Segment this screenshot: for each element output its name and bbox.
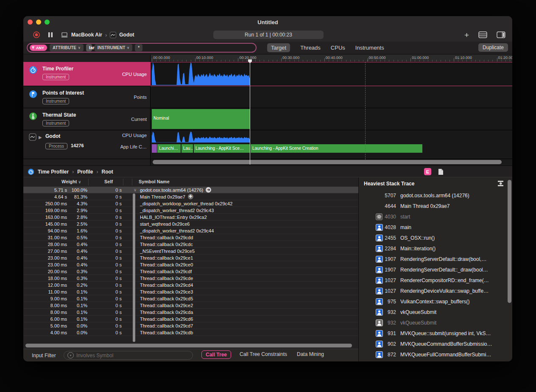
filter-token-target[interactable]: target: [86, 44, 92, 51]
document-icon[interactable]: [438, 168, 444, 175]
filter-token-wildcard[interactable]: *: [135, 44, 142, 51]
call-tree-row[interactable]: 9.00 ms0.1%0 s›Thread::callback 0x29cd5: [23, 295, 358, 302]
filter-funnel-icon[interactable]: ▾: [67, 352, 74, 358]
inspector-sidebar-button[interactable]: [497, 31, 505, 38]
stack-entry[interactable]: 1027RenderingDeviceVulkan::swap_buffe…: [359, 286, 512, 296]
track-row-time-profiler[interactable]: Time Profiler Instrument CPU Usage: [23, 62, 151, 86]
disclosure-chevron-icon[interactable]: ∨: [134, 188, 137, 192]
stack-entry[interactable]: 5707godot.osx.tools.arm64 (14276): [359, 190, 512, 201]
tab-threads[interactable]: Threads: [300, 45, 321, 51]
call-tree-button[interactable]: Call Tree: [201, 350, 231, 359]
call-tree-row[interactable]: 23.00 ms0.4%0 s›Thread::callback 0x29ce1: [23, 255, 358, 261]
stack-entry[interactable]: 902MVKQueueCommandBufferSubmissio…: [359, 339, 512, 349]
call-tree-row[interactable]: 5.71 s100.0%0 s∨godot.osx.tools.arm64 (1…: [23, 187, 358, 193]
add-instrument-button[interactable]: +: [464, 31, 469, 39]
call-tree-row[interactable]: 28.00 ms0.4%0 s›Thread::callback 0x29cdc: [23, 241, 358, 248]
stack-entry[interactable]: 1907RenderingServerDefault::draw(bool,…: [359, 254, 512, 264]
call-tree-row[interactable]: 169.00 ms2.9%0 s›_dispatch_worker_thread…: [23, 207, 358, 214]
target-device-path[interactable]: MacBook Air › Godot: [61, 32, 134, 38]
stack-entry[interactable]: 1907RenderingServerDefault::_draw(bool…: [359, 264, 512, 275]
stack-entry[interactable]: 931MVKQueue::submit(unsigned int, VkS…: [359, 328, 512, 339]
call-tree-row[interactable]: 31.00 ms0.5%0 s›Thread::callback 0x29cdd: [23, 234, 358, 241]
tab-instruments[interactable]: Instruments: [355, 45, 384, 51]
filter-any-pill[interactable]: ANY: [30, 45, 47, 51]
stack-entry[interactable]: 2284Main::iteration(): [359, 243, 512, 254]
call-tree-constraints-button[interactable]: Call Tree Constraints: [240, 351, 287, 357]
call-tree-row[interactable]: 8.00 ms0.1%0 s›Thread::callback 0x29ce2: [23, 302, 358, 309]
stack-entry[interactable]: 872MVKQueueFullCommandBufferSubmi…: [359, 349, 512, 360]
stack-entry[interactable]: 975VulkanContext::swap_buffers(): [359, 296, 512, 307]
stack-vscrollbar[interactable]: [508, 180, 511, 303]
record-button[interactable]: [33, 31, 40, 39]
timeline-hscrollbar[interactable]: [153, 160, 502, 164]
duplicate-button[interactable]: Duplicate: [478, 43, 508, 52]
lifecycle-phase-bar[interactable]: [152, 144, 157, 153]
breadcrumb-profile[interactable]: Profile: [77, 169, 93, 175]
track-row-thermal-state[interactable]: Thermal State Instrument Current: [23, 108, 151, 130]
breadcrumb-root[interactable]: Root: [101, 169, 113, 175]
column-weight[interactable]: Weight ∨: [61, 179, 81, 184]
stack-entry[interactable]: 2455OS_OSX::run(): [359, 232, 512, 243]
lane-cpu-usage[interactable]: [151, 62, 512, 86]
table-hscrollbar[interactable]: [25, 344, 352, 347]
lifecycle-phase-bar[interactable]: Lau…: [181, 144, 193, 153]
thermal-state-bar[interactable]: Nominal: [152, 109, 250, 129]
subtree-indicator: [133, 193, 135, 342]
symbol-filter-input[interactable]: [76, 353, 170, 358]
tab-target[interactable]: Target: [267, 43, 290, 52]
stack-entry[interactable]: 4030start: [359, 211, 512, 222]
timeline-ruler[interactable]: 00:00.00000:10.00000:20.00000:30.00000:4…: [151, 55, 512, 62]
lane-thermal[interactable]: Nominal: [151, 108, 512, 130]
tab-cpus[interactable]: CPUs: [331, 45, 345, 51]
call-tree-row[interactable]: 250.00 ms4.3%0 s›_dispatch_workloop_work…: [23, 200, 358, 207]
column-symbol[interactable]: Symbol Name: [139, 179, 170, 184]
strip-view-button[interactable]: [478, 31, 487, 38]
call-tree-row[interactable]: 11.00 ms0.1%0 s›Thread::callback 0x29ce3: [23, 288, 358, 295]
breadcrumb-instrument[interactable]: Time Profiler: [38, 169, 69, 175]
weight-percent: 0.1%: [67, 289, 87, 294]
stack-entry[interactable]: 1027RendererCompositorRD::end_frame(…: [359, 275, 512, 286]
lifecycle-phase-bar[interactable]: Launching - AppKit Scene Creation: [251, 144, 422, 153]
track-filter-field[interactable]: ANY ATTRIBUTE∨ target INSTRUMENT∨ *: [27, 43, 257, 53]
filter-token-attribute[interactable]: ATTRIBUTE∨: [50, 44, 84, 51]
focus-plus-icon[interactable]: ✚: [188, 194, 193, 199]
track-row-godot-process[interactable]: ▶ Godot Process 14276 CPU Usage App Life…: [23, 130, 151, 159]
call-tree-row[interactable]: 94.00 ms1.6%0 s›_dispatch_worker_thread2…: [23, 227, 358, 234]
focus-arrow-icon[interactable]: ➔: [206, 187, 211, 193]
call-tree-row[interactable]: 6.00 ms0.1%0 s›Thread::callback 0x29cd6: [23, 316, 358, 322]
call-tree-row[interactable]: 20.00 ms0.3%0 s›Thread::callback 0x29cdf: [23, 268, 358, 275]
track-row-points-of-interest[interactable]: Points of Interest Instrument Points: [23, 86, 151, 108]
weight-percent: 0.0%: [67, 323, 87, 328]
call-tree-row[interactable]: 23.00 ms0.4%0 s›Thread::callback 0x29ce0: [23, 261, 358, 268]
stack-entry[interactable]: 4644Main Thread 0x29ae7: [359, 201, 512, 211]
call-tree-row[interactable]: 5.00 ms0.0%0 s›Thread::callback 0x29cd7: [23, 322, 358, 329]
lifecycle-phase-bar[interactable]: Launching - AppKit Sce…: [194, 144, 250, 153]
data-mining-button[interactable]: Data Mining: [297, 351, 324, 357]
call-tree-row[interactable]: 12.00 ms0.2%0 s›Thread::callback 0x29cd4: [23, 282, 358, 288]
collapse-stack-icon[interactable]: [497, 181, 504, 186]
extended-detail-toggle[interactable]: E: [424, 168, 431, 175]
stack-entry[interactable]: 4028main: [359, 222, 512, 232]
stack-entry[interactable]: 932vkQueueSubmit: [359, 317, 512, 328]
playhead[interactable]: [250, 59, 250, 165]
breadcrumb: Time Profiler › Profile › Root: [28, 166, 113, 178]
stack-entry[interactable]: 932vkQueueSubmit: [359, 307, 512, 317]
disclosure-triangle-icon[interactable]: ▶: [39, 135, 42, 140]
timeline-lanes[interactable]: 00:00.00000:10.00000:20.00000:30.00000:4…: [151, 55, 512, 165]
call-tree-row[interactable]: 18.00 ms0.3%0 s›Thread::callback 0x29cde: [23, 275, 358, 282]
call-tree-row[interactable]: 145.00 ms2.5%0 s›start_wqthread 0x29ce6: [23, 221, 358, 227]
call-tree-row[interactable]: 163.00 ms2.8%0 s›HALB_IOThread::Entry 0x…: [23, 214, 358, 221]
filter-token-instrument[interactable]: INSTRUMENT∨: [95, 44, 132, 51]
pause-button[interactable]: [48, 32, 53, 38]
column-self[interactable]: Self: [104, 179, 113, 184]
run-status[interactable]: Run 1 of 1 | 00:00:23: [213, 31, 324, 39]
call-tree-row[interactable]: 27.00 ms0.4%0 s›_NSEventThread 0x29ce5: [23, 248, 358, 255]
self-time: 0 s: [87, 215, 122, 220]
call-tree-row[interactable]: 8.00 ms0.1%0 s›Thread::callback 0x29cda: [23, 309, 358, 316]
symbol-filter-field[interactable]: ▾: [64, 351, 193, 360]
lifecycle-phase-bar[interactable]: Launchi…: [157, 144, 181, 153]
lane-godot[interactable]: Launchi…Lau…Launching - AppKit Sce…Launc…: [151, 130, 512, 159]
call-tree-row[interactable]: 4.00 ms0.0%0 s›Thread::callback 0x29cdb: [23, 329, 358, 336]
lane-points[interactable]: [151, 86, 512, 108]
call-tree-row[interactable]: 4.64 s81.3%0 s›Main Thread 0x29ae7✚: [23, 193, 358, 200]
